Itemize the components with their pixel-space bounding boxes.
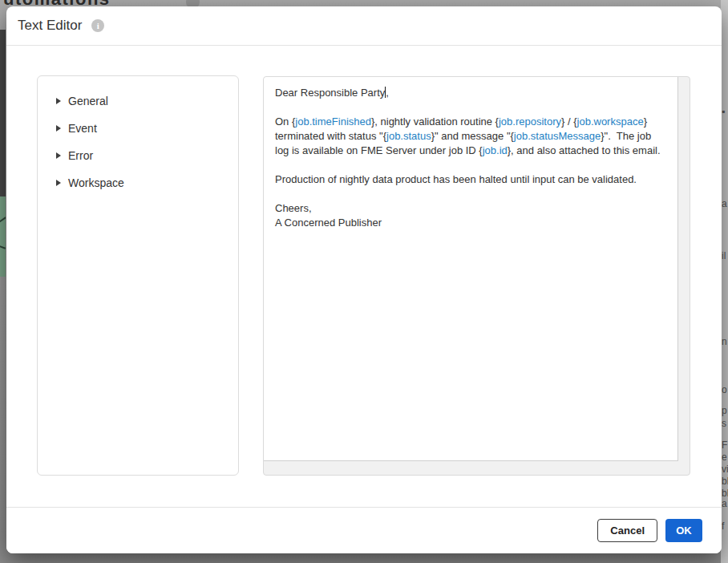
tree-item-label: Event xyxy=(68,122,97,135)
editor-text: A Concerned Publisher xyxy=(275,217,382,229)
template-variable: job.timeFinished xyxy=(295,115,371,128)
template-variable: job.statusMessage xyxy=(514,130,601,142)
tree-item-label: Error xyxy=(68,149,93,162)
editor-line xyxy=(275,158,666,172)
editor-line: Cheers, xyxy=(275,201,666,216)
backdrop-dark-panel-edge xyxy=(0,30,6,196)
editor-text: log is available on FME Server under job… xyxy=(275,144,483,156)
parameters-tree-panel: GeneralEventErrorWorkspace xyxy=(37,75,239,476)
info-icon[interactable]: i xyxy=(91,19,104,32)
backdrop-text-fragment: a xyxy=(722,199,727,209)
backdrop-text-fragment: vi xyxy=(722,464,728,474)
chevron-right-icon xyxy=(56,98,61,104)
backdrop-text-fragment: e xyxy=(722,452,727,462)
editor-text: } xyxy=(644,115,647,128)
chevron-right-icon xyxy=(56,180,61,186)
backdrop-text-fragment: n xyxy=(722,337,727,346)
editor-text: }, nightly validation routine { xyxy=(371,115,499,128)
text-editor-container: Dear Responsible Party, On {job.timeFini… xyxy=(263,76,690,476)
backdrop-text-fragment: ▪ xyxy=(722,107,725,116)
editor-line: On {job.timeFinished}, nightly validatio… xyxy=(275,115,666,129)
editor-line: Dear Responsible Party, xyxy=(275,86,666,100)
tree-item-error[interactable]: Error xyxy=(38,142,238,169)
template-variable: job.status xyxy=(386,130,431,142)
editor-text: Dear Responsible Party xyxy=(275,87,385,99)
backdrop-map-image-edge xyxy=(0,196,6,277)
editor-text: }" and message "{ xyxy=(431,130,514,142)
editor-line xyxy=(275,100,666,115)
editor-text: Production of nightly data product has b… xyxy=(275,173,637,185)
dialog-title: Text Editor xyxy=(18,18,82,34)
editor-text: }, and also attached to this email. xyxy=(508,144,661,156)
backdrop-text-fragment: o xyxy=(722,385,727,395)
tree-item-label: Workspace xyxy=(68,176,124,189)
dialog-header: Text Editor i xyxy=(6,6,722,46)
template-variable: job.repository xyxy=(499,115,561,128)
backdrop-text-fragment: s xyxy=(722,419,726,428)
template-variable: job.workspace xyxy=(577,115,644,128)
editor-line: terminated with status "{job.status}" an… xyxy=(275,129,666,144)
backdrop-text-fragment: f xyxy=(722,521,724,531)
tree-item-workspace[interactable]: Workspace xyxy=(38,169,238,196)
editor-line: A Concerned Publisher xyxy=(275,216,666,230)
tree-item-general[interactable]: General xyxy=(38,87,238,115)
backdrop-right-text-edge: ▪ailnopsFeviblblaf xyxy=(721,0,728,563)
chevron-right-icon xyxy=(56,152,61,159)
chevron-right-icon xyxy=(56,125,61,132)
backdrop-text-fragment: a xyxy=(722,499,727,508)
template-variable: job.id xyxy=(483,144,508,156)
editor-line: Production of nightly data product has b… xyxy=(275,172,666,187)
editor-line: log is available on FME Server under job… xyxy=(275,144,666,158)
editor-line xyxy=(275,187,666,201)
editor-text: terminated with status "{ xyxy=(275,130,386,142)
backdrop-text-fragment: F xyxy=(722,440,727,450)
tree-item-event[interactable]: Event xyxy=(38,115,238,142)
backdrop-text-fragment: bl xyxy=(722,488,728,498)
editor-text: Cheers, xyxy=(275,202,312,214)
backdrop-text-fragment: il xyxy=(722,251,726,261)
backdrop-text-fragment: bl xyxy=(722,476,728,486)
text-editor-textarea[interactable]: Dear Responsible Party, On {job.timeFini… xyxy=(264,77,678,461)
editor-text: } / { xyxy=(561,115,577,128)
editor-text: }". The job xyxy=(601,130,651,142)
editor-text: On { xyxy=(275,115,295,128)
backdrop-text-fragment: p xyxy=(722,406,727,415)
cancel-button[interactable]: Cancel xyxy=(597,519,657,542)
dialog-footer: Cancel OK xyxy=(6,507,722,553)
ok-button[interactable]: OK xyxy=(665,519,702,542)
tree-item-label: General xyxy=(68,95,108,107)
text-editor-dialog: Text Editor i GeneralEventErrorWorkspace… xyxy=(6,6,722,553)
editor-text: , xyxy=(386,87,389,99)
